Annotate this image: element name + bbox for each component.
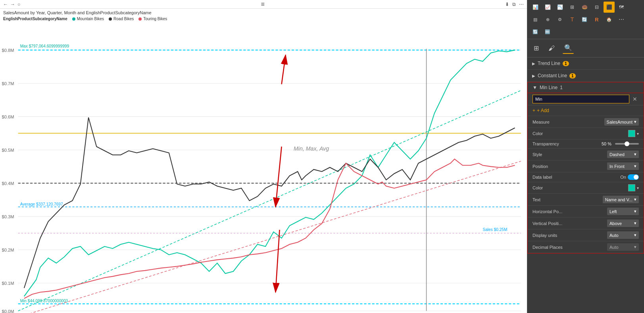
horiz-pos-value: Left ▾ — [571, 208, 639, 215]
panel-icon-r8[interactable]: ⋯ — [616, 14, 627, 25]
add-label: + Add — [537, 108, 549, 113]
window-icon[interactable]: ⧉ — [512, 2, 516, 7]
style-label: Style — [533, 152, 568, 157]
decimal-places-row: Decimal Places Auto ▾ — [528, 241, 644, 253]
horiz-pos-row: Horizontal Po... Left ▾ — [528, 206, 644, 218]
panel-tabs: ⊞ 🖌 🔍 — [527, 39, 644, 57]
svg-text:$0.6M: $0.6M — [2, 114, 14, 119]
panel-icon-table[interactable]: ⊞ — [567, 2, 578, 13]
decimal-places-dropdown[interactable]: Auto ▾ — [607, 243, 639, 251]
measure-row: Measure SalesAmount ▾ — [528, 116, 644, 128]
svg-text:$0.1M: $0.1M — [2, 281, 14, 285]
panel-icon-s2[interactable]: 🔤 — [542, 26, 553, 37]
horiz-pos-label: Horizontal Po... — [533, 209, 568, 214]
text-dropdown-arrow: ▾ — [634, 197, 636, 202]
panel-icon-map[interactable]: 🗺 — [616, 2, 627, 13]
svg-text:$0.7M: $0.7M — [2, 81, 14, 86]
touring-bikes-label: Touring Bikes — [143, 17, 167, 21]
vert-pos-row: Vertical Positi... Above ▾ — [528, 218, 644, 229]
style-dropdown[interactable]: Dashed ▾ — [607, 151, 639, 158]
min-line-section: ▼ Min Line 1 ✕ + + Add Measure — [527, 82, 644, 254]
horiz-pos-dropdown[interactable]: Left ▾ — [607, 208, 639, 215]
panel-icon-r3[interactable]: ⚙ — [554, 14, 565, 25]
position-dropdown[interactable]: In Front ▾ — [607, 162, 639, 170]
panel-icon-r5[interactable]: 🔄 — [579, 14, 590, 25]
forward-icon[interactable]: → — [10, 2, 15, 7]
add-button[interactable]: + + Add — [528, 105, 644, 116]
tab-format[interactable]: 🖌 — [547, 43, 556, 53]
add-icon: + — [533, 108, 535, 113]
svg-text:Min, Max, Avg: Min, Max, Avg — [294, 145, 329, 152]
toggle-on-text: On — [620, 175, 626, 179]
panel-icon-area[interactable]: 📉 — [554, 2, 565, 13]
measure-dropdown-text: SalesAmount — [607, 120, 632, 124]
menu-icon[interactable]: ≡ — [261, 1, 264, 8]
decimal-places-dropdown-text: Auto — [609, 245, 619, 250]
svg-rect-0 — [0, 22, 527, 313]
panel-icon-r6[interactable]: R — [591, 14, 602, 25]
back-icon[interactable]: ← — [3, 2, 8, 7]
text-dropdown[interactable]: Name and V... ▾ — [603, 196, 639, 203]
toggle-track[interactable] — [628, 174, 639, 180]
vert-pos-label: Vertical Positi... — [533, 221, 568, 226]
svg-text:Max $797,064.6099999999: Max $797,064.6099999999 — [20, 44, 69, 48]
measure-value: SalesAmount ▾ — [571, 118, 639, 126]
panel-icon-r4[interactable]: T — [567, 14, 578, 25]
legend-road-bikes: Road Bikes — [109, 17, 134, 21]
legend-mountain-bikes: Mountain Bikes — [72, 17, 104, 21]
position-dropdown-arrow: ▾ — [634, 164, 636, 169]
chart-title: SalesAmount by Year, Quarter, Month and … — [0, 9, 527, 16]
measure-dropdown[interactable]: SalesAmount ▾ — [604, 118, 639, 126]
style-dropdown-arrow: ▾ — [634, 152, 636, 157]
vert-pos-dropdown[interactable]: Above ▾ — [607, 219, 639, 227]
name-input-clear[interactable]: ✕ — [631, 95, 639, 103]
position-label: Position — [533, 164, 568, 169]
display-units-label: Display units — [533, 233, 568, 238]
more-icon[interactable]: ⋯ — [519, 2, 524, 7]
text-dropdown-text: Name and V... — [605, 197, 632, 202]
touring-bikes-dot — [138, 17, 142, 21]
min-line-name-input[interactable] — [533, 95, 629, 103]
road-bikes-dot — [109, 17, 112, 21]
panel-icon-active[interactable]: ⬛ — [604, 2, 615, 13]
style-value: Dashed ▾ — [571, 151, 639, 158]
panel-icon-bar[interactable]: 📊 — [530, 2, 541, 13]
chart-legend: EnglishProductSubcategoryName Mountain B… — [0, 16, 527, 22]
name-input-row: ✕ — [528, 93, 644, 105]
trend-line-chevron: ▶ — [532, 61, 535, 66]
transparency-thumb — [625, 141, 629, 146]
min-line-header[interactable]: ▼ Min Line 1 — [528, 82, 644, 93]
decimal-places-label: Decimal Places — [533, 245, 568, 250]
measure-label: Measure — [533, 120, 568, 124]
tab-fields[interactable]: ⊞ — [532, 43, 540, 53]
color-swatch-1[interactable] — [628, 130, 635, 137]
transparency-percent: 50 % — [602, 141, 613, 146]
transparency-label: Transparency — [533, 141, 568, 146]
panel-icon-line[interactable]: 📈 — [542, 2, 553, 13]
tab-analytics[interactable]: 🔍 — [563, 42, 574, 54]
panel-icon-r1[interactable]: ▤ — [530, 14, 541, 25]
data-label-label: Data label — [533, 175, 568, 179]
download-icon[interactable]: ⬇ — [505, 2, 509, 7]
decimal-places-dropdown-arrow: ▾ — [634, 244, 636, 250]
trend-line-section[interactable]: ▶ Trend Line 1 — [527, 57, 644, 70]
svg-text:Average $337,120.7697: Average $337,120.7697 — [20, 202, 63, 206]
panel-icon-pie[interactable]: 🍩 — [579, 2, 590, 13]
trend-line-count: 1 — [563, 61, 569, 66]
display-units-value: Auto ▾ — [571, 231, 639, 239]
display-units-dropdown[interactable]: Auto ▾ — [607, 231, 639, 239]
position-row: Position In Front ▾ — [528, 160, 644, 172]
svg-text:$0.2M: $0.2M — [2, 247, 14, 252]
color-swatch-2[interactable] — [628, 184, 635, 191]
panel-content: ▶ Trend Line 1 ▶ Constant Line 1 ▼ Min L… — [527, 57, 644, 313]
panel-icon-s1[interactable]: 🔃 — [530, 26, 541, 37]
constant-line-label: Constant Line — [538, 73, 567, 78]
constant-line-chevron: ▶ — [532, 74, 535, 78]
transparency-slider[interactable] — [615, 143, 639, 145]
panel-icon-r7[interactable]: 🏠 — [604, 14, 615, 25]
panel-icon-r2[interactable]: ⊕ — [542, 14, 553, 25]
min-line-chevron: ▼ — [533, 85, 537, 90]
horiz-pos-dropdown-text: Left — [609, 209, 617, 214]
panel-icon-matrix[interactable]: ⊟ — [591, 2, 602, 13]
constant-line-section[interactable]: ▶ Constant Line 1 — [527, 70, 644, 82]
